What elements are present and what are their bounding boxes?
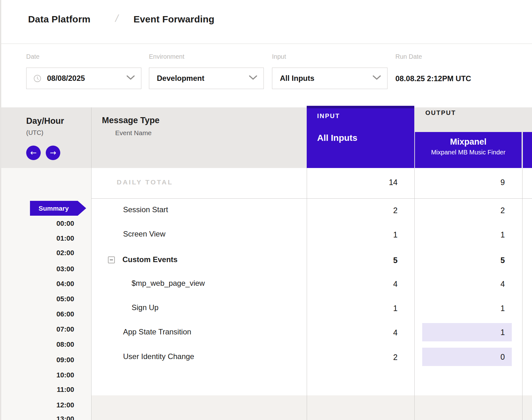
hour-slot-06[interactable]: 06:00 xyxy=(19,310,74,318)
hour-slot-08[interactable]: 08:00 xyxy=(19,340,74,349)
chevron-down-icon xyxy=(127,75,135,81)
input-label: Input xyxy=(272,53,286,60)
table-footer-area xyxy=(91,395,532,420)
arrow-left-icon: ← xyxy=(30,148,37,157)
hour-slot-02[interactable]: 02:00 xyxy=(19,249,74,257)
event-row-name: Sign Up xyxy=(132,303,158,312)
hour-slot-11[interactable]: 11:00 xyxy=(19,386,74,394)
environment-select[interactable]: Development xyxy=(149,68,264,89)
hour-slot-03[interactable]: 03:00 xyxy=(19,265,74,273)
hour-slot-05[interactable]: 05:00 xyxy=(19,295,74,303)
collapse-custom-events-icon[interactable] xyxy=(108,256,115,263)
event-output-value: 2 xyxy=(415,206,505,215)
event-row-name: App State Transition xyxy=(123,327,191,336)
hour-slot-07[interactable]: 07:00 xyxy=(19,325,74,333)
event-input-value: 1 xyxy=(307,304,398,313)
input-column-header[interactable]: INPUT All Inputs xyxy=(307,106,414,168)
summary-row-badge[interactable]: Summary xyxy=(30,201,86,216)
highlighted-output-cell: 1 xyxy=(422,323,512,341)
next-day-button[interactable]: → xyxy=(46,146,60,160)
event-row-name: User Identity Change xyxy=(123,352,194,361)
event-row-name: Custom Events xyxy=(122,255,178,264)
daily-total-input-value: 14 xyxy=(307,178,398,187)
breadcrumb: Data Platform / Event Forwarding xyxy=(1,0,532,44)
event-name-subheader: Event Name xyxy=(115,129,152,137)
daily-total-output-value: 9 xyxy=(415,178,505,187)
event-output-value: 5 xyxy=(415,256,505,265)
environment-value: Development xyxy=(157,74,204,83)
date-value: 08/08/2025 xyxy=(47,74,85,83)
summary-label: Summary xyxy=(38,205,69,212)
environment-label: Environment xyxy=(149,53,184,60)
column-divider xyxy=(91,107,92,420)
event-input-value: 4 xyxy=(307,328,398,337)
daily-total-label: DAILY TOTAL xyxy=(117,178,173,186)
hour-slot-01[interactable]: 01:00 xyxy=(19,234,74,243)
input-value: All Inputs xyxy=(280,74,314,83)
clock-icon xyxy=(33,75,41,82)
date-picker[interactable]: 08/08/2025 xyxy=(26,68,141,89)
hour-slot-04[interactable]: 04:00 xyxy=(19,280,74,288)
breadcrumb-data-platform[interactable]: Data Platform xyxy=(28,14,91,25)
hour-slot-12[interactable]: 12:00 xyxy=(19,401,74,409)
hour-slot-00[interactable]: 00:00 xyxy=(19,219,74,228)
column-divider xyxy=(522,168,523,420)
hour-slot-09[interactable]: 09:00 xyxy=(19,356,74,364)
output-connection-subtitle: Mixpanel MB Music Finder xyxy=(415,149,522,156)
hour-slot-13[interactable]: 13:00 xyxy=(19,415,74,420)
message-type-header: Message Type xyxy=(102,116,160,125)
event-input-value: 4 xyxy=(307,279,398,289)
breadcrumb-separator: / xyxy=(114,13,120,24)
chevron-down-icon xyxy=(373,75,381,81)
arrow-right-icon: → xyxy=(50,148,56,157)
breadcrumb-event-forwarding: Event Forwarding xyxy=(133,14,215,25)
input-connection-name: All Inputs xyxy=(317,133,358,143)
event-row-name: Screen View xyxy=(123,230,165,238)
run-date-value: 08.08.25 2:12PM UTC xyxy=(395,74,471,83)
event-input-value: 2 xyxy=(307,206,398,215)
event-input-value: 2 xyxy=(307,353,398,362)
input-section-label: INPUT xyxy=(317,112,340,120)
event-row-name: Session Start xyxy=(123,205,168,214)
input-select[interactable]: All Inputs xyxy=(272,68,387,89)
previous-day-button[interactable]: ← xyxy=(26,146,41,160)
event-input-value: 5 xyxy=(307,256,398,265)
output-connection-name: Mixpanel xyxy=(415,137,522,147)
event-input-value: 1 xyxy=(307,230,398,239)
minus-icon xyxy=(110,260,113,260)
day-hour-timezone: (UTC) xyxy=(26,129,43,136)
event-output-value: 4 xyxy=(415,279,505,289)
highlighted-output-cell: 0 xyxy=(422,348,512,366)
output-connection-partial xyxy=(523,132,532,168)
event-output-value: 1 xyxy=(415,304,505,313)
column-divider xyxy=(414,168,415,420)
event-forwarding-page: Data Platform / Event Forwarding Date En… xyxy=(0,0,532,420)
output-section-label: OUTPUT xyxy=(425,109,456,117)
event-output-value: 1 xyxy=(415,230,505,239)
event-row-name: $mp_web_page_view xyxy=(132,279,205,288)
day-hour-header: Day/Hour xyxy=(26,116,64,126)
date-label: Date xyxy=(26,53,39,60)
chevron-down-icon xyxy=(249,75,257,81)
hour-slot-10[interactable]: 10:00 xyxy=(19,371,74,379)
run-date-label: Run Date xyxy=(395,53,422,60)
row-divider xyxy=(91,198,532,199)
output-connection-header-mixpanel[interactable]: Mixpanel Mixpanel MB Music Finder xyxy=(415,132,522,168)
